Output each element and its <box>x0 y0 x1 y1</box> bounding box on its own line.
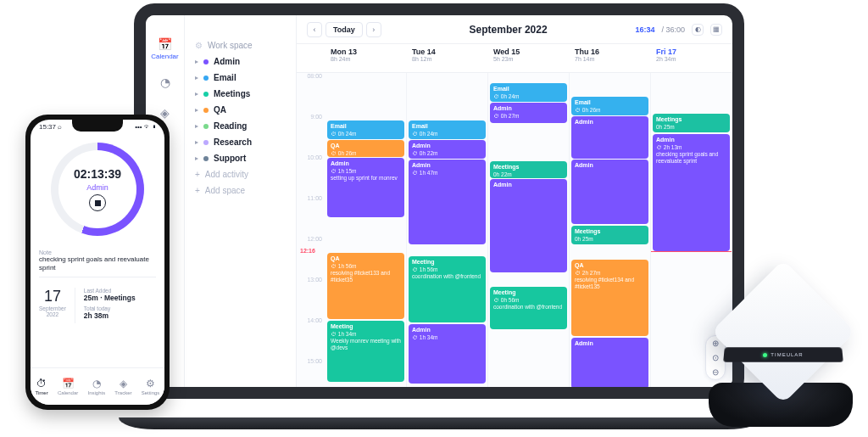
laptop-mockup: 📅 Calendar ◔ ◈ ⚙ Work space ▸Admin ▸Emai… <box>119 0 763 433</box>
calendar-toolbar: ‹ Today › September 2022 16:34 / 36:00 ◐… <box>297 15 732 44</box>
pie-chart-icon: ◔ <box>151 76 180 89</box>
tracker-brand-band: TIMEULAR <box>723 347 843 361</box>
event[interactable]: Meeting⏱ 0h 56mcoordination with @fronte… <box>490 287 567 329</box>
stopwatch-icon: ⏱ <box>36 378 47 389</box>
calendar-grid: Mon 138h 24m Tue 148h 12m Wed 155h 23m T… <box>297 44 732 387</box>
event[interactable]: Admin⏱ 1h 34m <box>409 324 486 384</box>
add-space-button[interactable]: +Add space <box>193 182 287 199</box>
note-label: Note <box>39 249 156 255</box>
goal-total: / 36:00 <box>661 25 685 34</box>
tab-insights[interactable]: ◔Insights <box>87 378 105 395</box>
calendar-icon: 📅 <box>62 378 75 389</box>
now-indicator <box>651 251 732 252</box>
event[interactable]: Meeting⏱ 1h 56mcoordination with @fronte… <box>409 256 486 322</box>
event[interactable]: QA⏱ 0h 26m <box>327 140 404 157</box>
phone-tabbar: ⏱Timer 📅Calendar ◔Insights ◈Tracker ⚙Set… <box>31 367 164 405</box>
phone-mockup: 15:37 ⌕ ••• ᯤ ▮ 02:13:39 Admin Note chec… <box>25 115 170 410</box>
activity-sidebar: ⚙ Work space ▸Admin ▸Email ▸Meetings ▸QA… <box>185 15 297 387</box>
add-activity-button[interactable]: +Add activity <box>193 166 287 182</box>
event[interactable]: Admin <box>571 338 648 387</box>
gear-icon: ⚙ <box>195 41 203 50</box>
day-header-thu: Thu 167h 14m <box>570 44 651 72</box>
insights-icon: ◔ <box>92 378 101 389</box>
event[interactable]: Email⏱ 0h 26m <box>571 97 648 115</box>
goal-current: 16:34 <box>635 25 654 34</box>
event[interactable]: Meeting⏱ 1h 34mWeekly monrev meeting wit… <box>327 321 404 382</box>
sidebar-item-reading[interactable]: ▸Reading <box>193 118 287 134</box>
tracker-brand: TIMEULAR <box>771 352 803 357</box>
sidebar-item-admin[interactable]: ▸Admin <box>193 53 287 70</box>
day-col-tue: Email⏱ 0h 24m Admin⏱ 0h 22m Admin⏱ 1h 47… <box>407 73 488 387</box>
phone-notch <box>72 120 123 132</box>
note-input[interactable]: checking sprint goals and reevaluate spr… <box>39 255 156 273</box>
event[interactable]: Admin <box>490 179 567 272</box>
event[interactable]: Meetings0h 22m <box>490 161 567 178</box>
event[interactable]: Admin <box>571 160 648 224</box>
nav-calendar-label: Calendar <box>151 53 178 60</box>
tab-settings[interactable]: ⚙Settings <box>142 378 160 395</box>
event[interactable]: Email⏱ 0h 24m <box>327 120 404 139</box>
day-col-wed: Email⏱ 0h 24m Admin⏱ 0h 27m Meetings0h 2… <box>488 73 570 387</box>
plus-icon: + <box>195 170 200 179</box>
goal-icon[interactable]: ◐ <box>692 24 704 36</box>
event[interactable]: Email⏱ 0h 24m <box>409 120 486 139</box>
nav-calendar[interactable]: 📅 Calendar <box>151 37 180 60</box>
nav-insights[interactable]: ◔ <box>151 76 180 91</box>
sidebar-item-research[interactable]: ▸Research <box>193 134 287 150</box>
tracker-device: TIMEULAR <box>709 274 853 427</box>
day-col-mon: Email⏱ 0h 24m QA⏱ 0h 26m Admin⏱ 1h 15mse… <box>326 73 407 387</box>
tab-timer[interactable]: ⏱Timer <box>36 378 48 395</box>
day-col-thu: Email⏱ 0h 26m Admin Admin Meetings0h 25m… <box>570 73 651 387</box>
event[interactable]: Admin⏱ 1h 47m <box>409 160 486 244</box>
event[interactable]: Meetings0h 25m <box>653 114 730 132</box>
total-today-value: 2h 38m <box>84 311 156 320</box>
time-axis: 08:009:0010:0011:0012:0013:0014:0015:001… <box>297 73 326 387</box>
day-header-fri: Fri 172h 34m <box>651 44 732 72</box>
tab-calendar[interactable]: 📅Calendar <box>58 378 78 395</box>
plus-icon: + <box>195 186 200 195</box>
event[interactable]: QA⏱ 2h 27mresolving #ticket134 and #tick… <box>571 260 648 336</box>
calendar-icon: 📅 <box>151 37 180 51</box>
day-header-mon: Mon 138h 24m <box>326 44 407 72</box>
event[interactable]: QA⏱ 1h 56mresolving #ticket133 and #tick… <box>327 253 404 319</box>
event[interactable]: Admin⏱ 1h 15msetting up sprint for monre… <box>327 158 404 217</box>
event[interactable]: Email⏱ 0h 24m <box>490 83 567 102</box>
calendar-title: September 2022 <box>388 24 629 36</box>
sidebar-item-email[interactable]: ▸Email <box>193 70 287 86</box>
day-header-wed: Wed 155h 23m <box>488 44 570 72</box>
event[interactable]: Admin⏱ 2h 13mchecking sprint goals and r… <box>653 134 730 251</box>
sidebar-item-meetings[interactable]: ▸Meetings <box>193 86 287 102</box>
tracker-icon: ◈ <box>120 378 127 389</box>
event[interactable]: Meetings0h 25m <box>571 226 648 244</box>
stop-button[interactable] <box>89 194 106 211</box>
gear-icon: ⚙ <box>146 378 155 389</box>
laptop-screen: 📅 Calendar ◔ ◈ ⚙ Work space ▸Admin ▸Emai… <box>134 3 744 399</box>
event[interactable]: Admin <box>571 116 648 159</box>
timer-activity[interactable]: Admin <box>86 183 108 192</box>
next-week-button[interactable]: › <box>366 22 381 37</box>
prev-week-button[interactable]: ‹ <box>307 22 322 37</box>
event[interactable]: Admin⏱ 0h 27m <box>490 103 567 123</box>
now-time-label: 12:16 <box>300 248 315 254</box>
sidebar-item-qa[interactable]: ▸QA <box>193 102 287 118</box>
sidebar-item-support[interactable]: ▸Support <box>193 150 287 166</box>
last-added-value: 25m · Meetings <box>84 294 156 302</box>
date-block: 17 September 2022 <box>39 288 66 323</box>
day-header-tue: Tue 148h 12m <box>407 44 488 72</box>
battery-icon: ••• ᯤ ▮ <box>135 123 156 131</box>
today-button[interactable]: Today <box>326 22 363 37</box>
calendar-view-icon[interactable]: ▦ <box>710 24 722 36</box>
laptop-base <box>119 395 763 433</box>
event[interactable]: Admin⏱ 0h 22m <box>409 140 486 159</box>
timer-ring: 02:13:39 Admin <box>51 143 144 236</box>
calendar-main: ‹ Today › September 2022 16:34 / 36:00 ◐… <box>297 15 732 387</box>
tab-tracker[interactable]: ◈Tracker <box>114 378 131 395</box>
workspace-header: ⚙ Work space <box>193 37 287 53</box>
timer-value: 02:13:39 <box>74 167 121 181</box>
tracker-led-icon <box>763 353 767 357</box>
